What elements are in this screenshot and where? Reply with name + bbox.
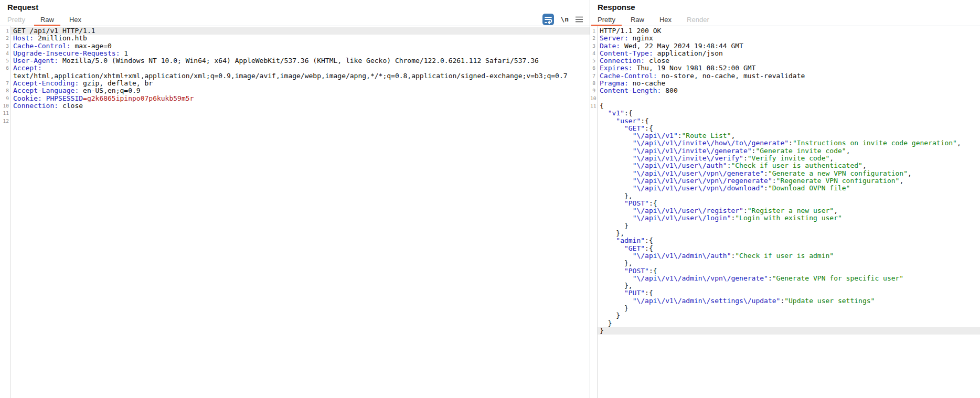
- line-number: 2: [590, 35, 597, 42]
- code-line[interactable]: text/html,application/xhtml+xml,applicat…: [0, 72, 590, 80]
- tab-hex[interactable]: Hex: [653, 13, 678, 26]
- line-number: [590, 252, 597, 260]
- code-line[interactable]: "GET":{: [590, 125, 980, 132]
- code-line[interactable]: 12: [0, 117, 590, 125]
- line-number: 8: [0, 87, 10, 94]
- code-line[interactable]: 4Content-Type: application/json: [590, 50, 980, 57]
- code-text: "\/api\/v1\/admin\/auth":"Check if user …: [597, 252, 980, 260]
- code-line[interactable]: 10Connection: close: [0, 102, 590, 110]
- code-line[interactable]: "\/api\/v1\/admin\/vpn\/generate":"Gener…: [590, 275, 980, 282]
- line-number: 5: [590, 57, 597, 64]
- code-text: [597, 95, 980, 102]
- code-line[interactable]: "GET":{: [590, 245, 980, 252]
- tab-pretty[interactable]: Pretty: [591, 13, 622, 26]
- code-line[interactable]: 3Cache-Control: max-age=0: [0, 42, 590, 50]
- code-line[interactable]: 11: [0, 110, 590, 117]
- code-line[interactable]: 7Accept-Encoding: gzip, deflate, br: [0, 80, 590, 87]
- code-text: GET /api/v1 HTTP/1.1: [10, 27, 590, 35]
- request-editor[interactable]: 1GET /api/v1 HTTP/1.12Host: 2million.htb…: [0, 26, 590, 398]
- code-line[interactable]: "\/api\/v1\/user\/vpn\/generate":"Genera…: [590, 170, 980, 177]
- code-text: Pragma: no-cache: [597, 80, 980, 87]
- request-editor-tools: \n: [542, 13, 590, 26]
- code-text: Accept-Language: en-US,en;q=0.9: [10, 87, 590, 94]
- code-line[interactable]: },: [590, 282, 980, 289]
- code-line[interactable]: }: [590, 312, 980, 319]
- code-line[interactable]: }: [590, 320, 980, 327]
- code-text: Upgrade-Insecure-Requests: 1: [10, 50, 590, 57]
- code-text: "\/api\/v1\/user\/vpn\/regenerate":"Rege…: [597, 177, 980, 185]
- code-line[interactable]: "PUT":{: [590, 289, 980, 297]
- code-line[interactable]: "\/api\/v1\/user\/vpn\/download":"Downlo…: [590, 185, 980, 192]
- code-line[interactable]: 5User-Agent: Mozilla/5.0 (Windows NT 10.…: [0, 57, 590, 64]
- code-line[interactable]: 9Cookie: PHPSESSID=g2k6865ipinpo07p6kukb…: [0, 95, 590, 102]
- code-line[interactable]: 9Content-Length: 800: [590, 87, 980, 94]
- line-number: 3: [590, 42, 597, 50]
- code-line[interactable]: "\/api\/v1\/admin\/settings\/update":"Up…: [590, 297, 980, 305]
- code-line[interactable]: 1HTTP/1.1 200 OK: [590, 27, 980, 35]
- code-line[interactable]: "user":{: [590, 117, 980, 125]
- code-line[interactable]: 11{: [590, 102, 980, 110]
- code-line[interactable]: }: [590, 222, 980, 230]
- code-line[interactable]: "POST":{: [590, 267, 980, 275]
- code-line[interactable]: }: [590, 327, 980, 335]
- word-wrap-button[interactable]: [542, 14, 554, 25]
- code-line[interactable]: },: [590, 260, 980, 267]
- code-line[interactable]: "\/api\/v1\/user\/auth":"Check if user i…: [590, 162, 980, 169]
- code-line[interactable]: 8Pragma: no-cache: [590, 80, 980, 87]
- line-number: [590, 117, 597, 125]
- line-number: 12: [0, 117, 10, 125]
- response-tabs: PrettyRawHexRender: [591, 13, 718, 26]
- code-line[interactable]: "\/api\/v1":"Route List",: [590, 132, 980, 139]
- code-text: "\/api\/v1\/admin\/vpn\/generate":"Gener…: [597, 275, 980, 282]
- code-line[interactable]: "admin":{: [590, 237, 980, 244]
- code-line[interactable]: }: [590, 305, 980, 312]
- code-text: },: [597, 282, 980, 289]
- code-line[interactable]: "\/api\/v1\/user\/login":"Login with exi…: [590, 214, 980, 222]
- line-number: 6: [0, 64, 10, 72]
- code-line[interactable]: },: [590, 192, 980, 200]
- code-line[interactable]: 6Accept:: [0, 64, 590, 72]
- show-newlines-toggle[interactable]: \n: [560, 15, 569, 23]
- code-line[interactable]: 8Accept-Language: en-US,en;q=0.9: [0, 87, 590, 94]
- code-line[interactable]: },: [590, 230, 980, 237]
- code-line[interactable]: 4Upgrade-Insecure-Requests: 1: [0, 50, 590, 57]
- tab-raw[interactable]: Raw: [34, 13, 60, 26]
- code-text: }: [597, 320, 980, 327]
- code-text: "\/api\/v1\/admin\/settings\/update":"Up…: [597, 297, 980, 305]
- line-number: [590, 275, 597, 282]
- line-number: [590, 200, 597, 207]
- code-line[interactable]: "\/api\/v1\/invite\/how\/to\/generate":"…: [590, 139, 980, 147]
- code-line[interactable]: "v1":{: [590, 110, 980, 117]
- code-line[interactable]: 2Host: 2million.htb: [0, 35, 590, 42]
- code-text: }: [597, 305, 980, 312]
- code-text: Cookie: PHPSESSID=g2k6865ipinpo07p6kukb5…: [10, 95, 590, 102]
- line-number: 1: [590, 27, 597, 35]
- code-line[interactable]: 10: [590, 95, 980, 102]
- tab-hex[interactable]: Hex: [63, 13, 88, 26]
- code-text: Cache-Control: no-store, no-cache, must-…: [597, 72, 980, 80]
- code-line[interactable]: "\/api\/v1\/invite\/generate":"Generate …: [590, 147, 980, 155]
- code-line[interactable]: "\/api\/v1\/user\/vpn\/regenerate":"Rege…: [590, 177, 980, 185]
- code-line[interactable]: 6Expires: Thu, 19 Nov 1981 08:52:00 GMT: [590, 64, 980, 72]
- code-text: [10, 110, 590, 117]
- editor-menu-button[interactable]: [575, 16, 583, 23]
- code-line[interactable]: 7Cache-Control: no-store, no-cache, must…: [590, 72, 980, 80]
- line-number: [590, 185, 597, 192]
- tab-raw[interactable]: Raw: [624, 13, 651, 26]
- code-line[interactable]: 5Connection: close: [590, 57, 980, 64]
- line-number: 11: [0, 110, 10, 117]
- code-line[interactable]: 1GET /api/v1 HTTP/1.1: [0, 27, 590, 35]
- line-number: 7: [0, 80, 10, 87]
- hamburger-menu-icon: [575, 16, 583, 23]
- code-line[interactable]: 3Date: Wed, 22 May 2024 19:48:44 GMT: [590, 42, 980, 50]
- code-text: Connection: close: [10, 102, 590, 110]
- response-editor[interactable]: 1HTTP/1.1 200 OK2Server: nginx3Date: Wed…: [590, 26, 980, 398]
- code-line[interactable]: "\/api\/v1\/admin\/auth":"Check if user …: [590, 252, 980, 260]
- line-number: 6: [590, 64, 597, 72]
- code-line[interactable]: "\/api\/v1\/invite\/verify":"Verify invi…: [590, 155, 980, 162]
- code-line[interactable]: "POST":{: [590, 200, 980, 207]
- line-number: 3: [0, 42, 10, 50]
- code-line[interactable]: 2Server: nginx: [590, 35, 980, 42]
- code-line[interactable]: "\/api\/v1\/user\/register":"Register a …: [590, 207, 980, 214]
- line-number: [590, 147, 597, 155]
